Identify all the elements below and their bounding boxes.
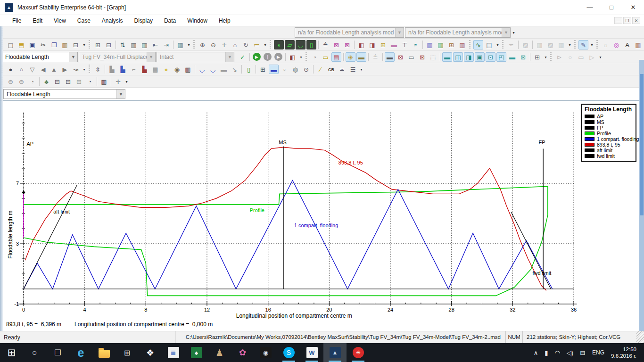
taskbar-eye-icon[interactable]: ◉ [254,343,277,362]
grid-b-icon[interactable]: ▦ [535,40,545,49]
menu-file[interactable]: File [7,15,27,26]
mdi-minimize-button[interactable]: — [614,17,622,24]
pane-bottom-icon[interactable]: ▬ [442,52,452,62]
analysis-mode-combo-1[interactable]: n/a for Floodable Length analysis mod▼ [295,27,404,38]
tank-point-icon[interactable]: ◨ [367,40,377,49]
close-button[interactable]: ✕ [622,0,644,15]
crosshair-icon[interactable]: ✛ [113,77,123,86]
pill-a-icon[interactable]: ⊖ [6,77,16,86]
edit-compartment-icon[interactable]: ▬ [356,52,366,62]
table-more[interactable]: ▾ [186,40,191,49]
arrow-dock-icon[interactable]: ↘ [230,65,239,74]
pane-split-icon[interactable]: ◫ [453,52,463,62]
graph-more[interactable]: ▾ [495,40,500,49]
window-delete-icon[interactable]: ⊠ [396,52,405,62]
taskbar-paint-icon[interactable]: ✿ [231,343,254,362]
cb-icon[interactable]: CB [326,65,336,74]
globe-icon[interactable]: ◍ [290,65,300,74]
font-icon[interactable]: A [622,40,632,49]
menu-edit[interactable]: Edit [27,15,48,26]
tank-teal-icon[interactable]: ◓ [411,40,421,49]
wifi-icon[interactable]: ◠ [551,349,563,356]
load-balance-icon[interactable]: ≜ [321,40,330,49]
paste-icon[interactable]: ▥ [60,40,70,49]
language-indicator[interactable]: ENG [588,349,608,356]
view-perspective-icon[interactable]: ▯ [306,40,316,49]
grid-window-more[interactable]: ▾ [543,52,548,62]
menu-case[interactable]: Case [72,15,96,26]
column-down-icon[interactable]: ▥ [140,40,149,49]
window-empty-icon[interactable]: ▭ [406,52,416,62]
probability-icon[interactable]: ≜ [371,52,380,62]
insert-row-icon[interactable]: ⊞ [93,40,103,49]
grid-small-icon[interactable]: ⊞ [258,65,268,74]
taskbar-mallet-icon[interactable]: ♟ [208,343,231,362]
graph-type-combo[interactable]: Floodable Length▼ [3,89,125,99]
taskbar-edge-icon[interactable]: e [69,343,92,362]
door-green-icon[interactable]: ▯ [244,65,254,74]
home-model-icon[interactable]: ⌂ [601,40,611,49]
rotate-icon[interactable]: ↻ [241,40,251,49]
dock-icon[interactable]: ⌐ [129,65,139,74]
taskbar-store-icon[interactable]: ⊞ [116,343,139,362]
measure-more[interactable]: ▾ [359,65,364,74]
copy-icon[interactable]: ❐ [49,40,59,49]
mdi-close-button[interactable]: ✕ [632,17,640,24]
resume-analysis-icon[interactable]: ▶ [274,53,282,61]
damage-case-combo[interactable]: Intact▼ [157,52,234,62]
volume-icon[interactable]: ◁) [563,349,577,356]
spiral-icon[interactable]: ◔ [310,52,320,62]
load-case-combo[interactable]: Tug FV_34m-Full Displacer▼ [79,52,156,62]
tray-chevron-icon[interactable]: ∧ [530,349,542,356]
tri-right-icon[interactable]: ▶ [60,65,70,74]
file-more[interactable]: ▾ [82,40,87,49]
swirl-icon[interactable]: ↝ [71,65,81,74]
grid-more[interactable]: ▾ [567,40,572,49]
menu-display[interactable]: Display [129,15,158,26]
add-compartment-icon[interactable]: ⊕ [346,52,355,62]
taskbar-guard-icon[interactable]: ✳ [347,343,370,362]
clock[interactable]: 12:50 9.6.2016 г. [608,346,641,359]
table-blue-icon[interactable]: ▦ [425,40,435,49]
crosshair-more[interactable]: ▾ [124,77,129,86]
resize-grip[interactable] [636,331,644,343]
taskbar-cards-icon[interactable]: ♠ [185,343,208,362]
ship-flag-icon[interactable]: ▙ [140,65,149,74]
grid-d-icon[interactable]: ▦ [556,40,566,49]
mask-icon[interactable]: ◉ [172,65,182,74]
window-solid-icon[interactable]: ▬ [385,52,395,62]
tank-red-icon[interactable]: ◧ [356,40,366,49]
pac-b-icon[interactable]: ◔ [85,77,95,86]
view-body-icon[interactable]: ◡ [296,40,305,49]
pane-clear-icon[interactable]: ⊠ [518,52,528,62]
render-sphere-icon[interactable]: ● [6,65,16,74]
table-check-icon[interactable]: ▦ [436,40,446,49]
bowl-gray-icon[interactable]: ▬ [219,65,229,74]
surface-c-icon[interactable]: ▭ [576,52,586,62]
tanks-dashed-icon[interactable]: ⊟ [74,77,84,86]
start-analysis-icon[interactable]: ▶ [253,53,261,61]
surface-b-icon[interactable]: ○ [565,52,575,62]
menu-window[interactable]: Window [182,15,213,26]
fountain-icon[interactable]: ♣ [41,77,51,86]
film-icon[interactable]: ▥ [99,77,109,86]
zoom-out-icon[interactable]: ⊖ [208,40,218,49]
window-delete2-icon[interactable]: ⊠ [417,52,427,62]
clear-damage-icon[interactable]: ⊠ [342,40,352,49]
pane-right-icon[interactable]: ◨ [464,52,474,62]
view-profile-icon[interactable]: ◖ [274,40,284,49]
bowl-blue-icon[interactable]: ◡ [197,65,207,74]
taskbar-start-icon[interactable]: ⊞ [0,343,23,362]
tanks-b-icon[interactable]: ⊟ [63,77,73,86]
analysis-type-combo[interactable]: Floodable Length▼ [2,52,78,62]
menu-help[interactable]: Help [213,15,236,26]
funnel-icon[interactable]: ▽ [27,65,37,74]
tank-yellow-icon[interactable]: ▭ [321,52,330,62]
pane-corner-icon[interactable]: ◰ [496,52,506,62]
check-analysis-icon[interactable]: ✓ [238,52,248,62]
assembly-icon[interactable]: ≔ [252,40,262,49]
scrollbar-thumb[interactable] [640,74,644,215]
taskbar-word-icon[interactable]: W [300,343,323,362]
barcode-icon[interactable]: ▥ [183,65,193,74]
pac-a-icon[interactable]: ◔ [27,77,37,86]
